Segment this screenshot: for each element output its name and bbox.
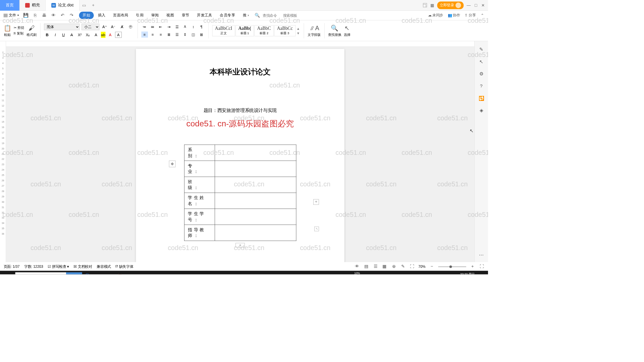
translate-icon[interactable]: 🔁 [478, 95, 485, 102]
tray1-icon[interactable]: ◓ [367, 274, 372, 275]
distribute-icon[interactable]: ☰ [174, 32, 180, 38]
subscript-button[interactable]: X₂ [85, 32, 91, 38]
tab-reference[interactable]: 引用 [132, 12, 147, 19]
tab-devtools[interactable]: 开发工具 [194, 12, 216, 19]
edit-icon[interactable]: ✎ [400, 264, 406, 269]
tray6-icon[interactable]: ▲ [407, 274, 412, 275]
eye-icon[interactable]: 👁 [354, 264, 360, 269]
tab-insert[interactable]: 插入 [94, 12, 109, 19]
format-brush[interactable]: 🖌格式刷 [26, 24, 37, 37]
highlight-button[interactable]: ab [101, 32, 106, 38]
select-button[interactable]: ↖选择 [343, 24, 351, 37]
new-tab[interactable]: ＋ [89, 0, 98, 10]
fit-icon[interactable]: ⛶ [409, 264, 415, 269]
ie-app-icon[interactable]: ⓔ [82, 271, 93, 275]
table-resize-handle[interactable]: ⤡ [314, 227, 319, 231]
fullscreen-icon[interactable]: ⛶ [479, 264, 485, 269]
collapse-ribbon-icon[interactable]: ⌃ [480, 13, 484, 17]
sort-icon[interactable]: ☰ [174, 24, 180, 30]
pointer-icon[interactable]: ↖ [478, 58, 485, 65]
text-effect-button[interactable]: A [93, 32, 99, 38]
app4-icon[interactable]: 🦉 [114, 271, 125, 275]
more-icon[interactable]: ⋯ [478, 252, 485, 259]
tab-more[interactable]: 推 › [239, 12, 253, 19]
wifi-icon[interactable]: 📶 [393, 274, 398, 275]
tab-start[interactable]: 开始 [79, 12, 94, 19]
outline-view-icon[interactable]: ☰ [373, 264, 378, 269]
maximize-icon[interactable]: □ [474, 3, 478, 7]
underline-button[interactable]: U [60, 32, 67, 38]
browser-app-icon[interactable]: ◉ [93, 271, 103, 275]
font-color-button[interactable]: A [107, 32, 114, 38]
explorer-app-icon[interactable]: 📁 [103, 271, 114, 275]
strike-button[interactable]: A̶ [68, 32, 75, 38]
bell-icon[interactable]: 🔔 [400, 274, 405, 275]
command-search[interactable] [263, 13, 280, 18]
shield-icon[interactable]: 🛡 [387, 274, 392, 275]
zoom-out-icon[interactable]: − [429, 264, 435, 269]
superscript-button[interactable]: X² [76, 32, 83, 38]
file-menu[interactable]: 文件▾ [4, 13, 19, 18]
text-direction[interactable]: ⫽A文字排版 [308, 24, 321, 37]
ime-indicator[interactable]: 中 [446, 274, 451, 275]
tab-docshell[interactable]: 稻壳 [19, 0, 46, 10]
paste-button[interactable]: 📋粘贴 [4, 24, 11, 37]
proofread-button[interactable]: ☒ 文档校对 [73, 264, 92, 269]
outdent-icon[interactable]: ⇤ [158, 24, 164, 30]
cpu-widget[interactable]: 10% 啊哈停了 ♪ CPU利用率 [350, 272, 365, 274]
template-search[interactable] [283, 13, 301, 18]
field-advisor[interactable]: 指导教师： [184, 225, 215, 241]
tray7-icon[interactable]: ◆ [413, 274, 418, 275]
read-view-icon[interactable]: ⊕ [391, 264, 396, 269]
clear-format-icon[interactable]: Ⱥ [119, 24, 125, 30]
copy-button[interactable]: ⎘ 复制 [14, 31, 24, 36]
align-center-icon[interactable]: ≡ [149, 32, 156, 38]
redo-icon[interactable]: ↷ [69, 13, 74, 18]
undo-icon[interactable]: ↶ [60, 13, 65, 18]
align-right-icon[interactable]: ≡ [158, 32, 164, 38]
tray2-icon[interactable]: ⚙ [374, 274, 378, 275]
justify-icon[interactable]: ≣ [166, 32, 172, 38]
missing-fonts[interactable]: ⁉ 缺失字体 [115, 264, 133, 269]
taskbar-search[interactable]: ⓔ金螳螂家装官网 [15, 272, 66, 274]
clock[interactable]: 20:20 周日 2022/9/18 [460, 273, 475, 275]
copilot-icon[interactable]: ፨ [8, 271, 15, 275]
tray3-icon[interactable]: ◩ [380, 274, 385, 275]
table-move-handle[interactable]: ✥ [169, 161, 176, 167]
field-major[interactable]: 专 业： [184, 161, 215, 177]
find-replace[interactable]: 🔍查找替换 [328, 24, 341, 37]
borders-icon[interactable]: ⊞ [198, 32, 205, 38]
search-go-button[interactable]: 搜一下 [66, 272, 82, 274]
zoom-in-icon[interactable]: + [470, 264, 475, 269]
collab-button[interactable]: 👥 协作 [448, 13, 460, 18]
style-h3[interactable]: AaBbCc标题 3 [274, 25, 296, 36]
style-h2[interactable]: AaBbC标题 2 [254, 25, 274, 36]
start-button[interactable]: ⊞ [0, 271, 8, 275]
tab-chapter[interactable]: 章节 [178, 12, 193, 19]
indent-icon[interactable]: ⇥ [166, 24, 172, 30]
info-table[interactable]: 系 别： 专 业： 班 级： 学生姓名： 学生学号： 指导教师： [184, 144, 296, 241]
minimize-icon[interactable]: — [467, 3, 471, 7]
document-canvas[interactable]: 本科毕业设计论文 题目：西安旅游管理系统设计与实现 code51. cn-源码乐… [6, 41, 474, 262]
numbering-icon[interactable]: ⩸ [149, 24, 156, 30]
asian-layout-icon[interactable]: Ａ [182, 24, 189, 30]
page-view-icon[interactable]: ▤ [364, 264, 369, 269]
italic-button[interactable]: I [52, 32, 59, 38]
line-spacing-icon[interactable]: ↕ [190, 24, 197, 30]
web-view-icon[interactable]: ▦ [382, 264, 387, 269]
grow-font-icon[interactable]: A⁺ [101, 24, 108, 30]
tray10-icon[interactable]: ◉ [453, 274, 458, 275]
style-down-icon[interactable]: ▾ [297, 31, 299, 35]
font-select[interactable]: 黑体 [44, 23, 79, 30]
bluetooth-icon[interactable]: ᛒ [420, 274, 425, 275]
shading-icon[interactable]: ◫ [190, 32, 197, 38]
volume-icon[interactable]: 🔊 [440, 274, 444, 275]
share-button[interactable]: ⇪ 分享 [465, 13, 476, 18]
field-class[interactable]: 班 级： [184, 177, 215, 193]
shrink-font-icon[interactable]: A⁻ [110, 24, 117, 30]
battery-icon[interactable]: 🔋 [427, 274, 431, 275]
field-dept[interactable]: 系 别： [184, 145, 215, 161]
spellcheck-toggle[interactable]: ☑ 拼写检查 ▾ [48, 264, 69, 269]
login-button[interactable]: 立即登录 [437, 1, 464, 9]
slider-icon[interactable]: ⚙ [478, 71, 485, 77]
